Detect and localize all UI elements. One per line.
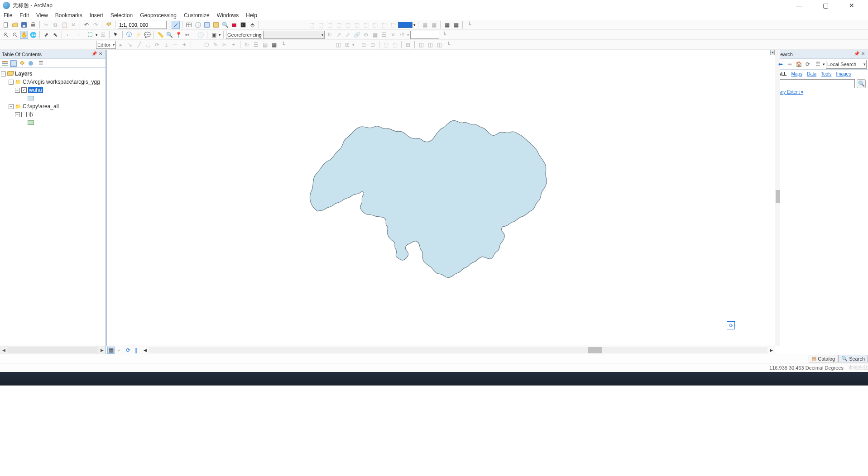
create-features-icon[interactable]: ▦ bbox=[270, 41, 278, 49]
scale-input[interactable] bbox=[118, 21, 167, 29]
new-icon[interactable] bbox=[2, 21, 10, 29]
find-route-icon[interactable]: 📍 bbox=[174, 31, 182, 39]
tree-root-layers[interactable]: − Layers bbox=[1, 70, 105, 78]
catalog-tab[interactable]: ▦Catalog bbox=[809, 355, 838, 362]
tree-symbol-2[interactable] bbox=[1, 119, 105, 127]
window-list-icon[interactable] bbox=[203, 21, 211, 29]
pan-icon[interactable]: ✋ bbox=[20, 31, 28, 39]
tree-group-2[interactable]: − 📁 C:\spy\area_all bbox=[1, 102, 105, 110]
georef-value-input[interactable] bbox=[410, 31, 439, 39]
refresh-view-icon[interactable]: ⟳ bbox=[125, 347, 132, 354]
save-icon[interactable] bbox=[20, 21, 28, 29]
expander-icon[interactable]: − bbox=[9, 104, 14, 109]
list-by-selection-icon[interactable] bbox=[27, 60, 34, 67]
editor-toolbar-icon[interactable] bbox=[172, 21, 180, 29]
expander-icon[interactable]: − bbox=[15, 88, 20, 93]
pin-icon[interactable]: 📌 bbox=[91, 51, 97, 57]
menu-bookmarks[interactable]: Bookmarks bbox=[55, 12, 82, 19]
extent-link[interactable]: Any Extent ▾ bbox=[778, 90, 803, 95]
effects-tool3-icon[interactable]: ▦ bbox=[443, 21, 451, 29]
menu-customize[interactable]: Customize bbox=[184, 12, 210, 19]
undo-icon[interactable]: ↶ bbox=[82, 21, 91, 29]
fixed-zoom-out-icon[interactable]: ⬉ bbox=[51, 31, 59, 39]
search-back-icon[interactable]: ⬅ bbox=[777, 60, 785, 68]
zoom-out-icon[interactable]: - bbox=[11, 31, 19, 39]
map-canvas[interactable] bbox=[107, 50, 775, 346]
menu-selection[interactable]: Selection bbox=[110, 12, 133, 19]
map-hscrollbar[interactable] bbox=[149, 347, 767, 353]
create-viewer-icon[interactable]: ▣ bbox=[210, 31, 218, 39]
catalog-window-icon[interactable] bbox=[212, 21, 220, 29]
html-popup-icon[interactable]: 💬 bbox=[143, 31, 151, 39]
search-scope-dropdown[interactable]: Local Search bbox=[826, 60, 867, 69]
hscroll-right-icon[interactable]: ▶ bbox=[767, 348, 775, 352]
tree-layer-shi[interactable]: − 市 bbox=[1, 110, 105, 119]
tree-group-1[interactable]: − 📁 C:\Arcgis workspace\arcgis_ygg bbox=[1, 78, 105, 86]
hscroll-left-icon[interactable]: ◀ bbox=[141, 348, 149, 352]
hscroll-thumb[interactable] bbox=[588, 347, 602, 353]
symbol-swatch[interactable] bbox=[28, 120, 34, 125]
pin-icon[interactable]: 📌 bbox=[854, 51, 860, 57]
map-view[interactable]: ◂ ⟳ bbox=[106, 50, 775, 346]
toc-close-icon[interactable]: ✕ bbox=[97, 51, 104, 57]
identify-icon[interactable]: ⓘ bbox=[125, 31, 133, 39]
find-icon[interactable]: 🔍 bbox=[165, 31, 173, 39]
table-icon[interactable] bbox=[185, 21, 193, 29]
open-icon[interactable] bbox=[11, 21, 19, 29]
search-window-icon[interactable]: 🔍 bbox=[221, 21, 229, 29]
python-window-icon[interactable]: » bbox=[239, 21, 247, 29]
list-by-source-icon[interactable] bbox=[10, 60, 17, 67]
tree-symbol-1[interactable] bbox=[1, 94, 105, 102]
toc-options-icon[interactable]: ☰ bbox=[37, 60, 44, 67]
menu-help[interactable]: Help bbox=[246, 12, 257, 19]
close-button[interactable]: ✕ bbox=[843, 2, 861, 9]
maximize-button[interactable]: ▢ bbox=[816, 2, 834, 9]
arc-toolbox-icon[interactable] bbox=[230, 21, 238, 29]
map-vscrollbar[interactable] bbox=[775, 50, 780, 346]
back-extent-icon[interactable]: ← bbox=[64, 31, 72, 39]
menu-geoprocessing[interactable]: Geoprocessing bbox=[140, 12, 177, 19]
go-to-xy-icon[interactable]: XY bbox=[183, 31, 192, 39]
search-refresh-icon[interactable]: ⟳ bbox=[804, 60, 812, 68]
expander-icon[interactable]: − bbox=[1, 71, 6, 76]
search-close-icon[interactable]: ✕ bbox=[860, 51, 866, 57]
editor-dropdown[interactable]: Editor bbox=[96, 41, 116, 49]
tree-layer-wuhu[interactable]: − ✓ wuhu bbox=[1, 86, 105, 94]
search-input[interactable] bbox=[777, 79, 855, 88]
select-elements-icon[interactable] bbox=[112, 31, 120, 39]
menu-insert[interactable]: Insert bbox=[90, 12, 103, 19]
select-features-icon[interactable] bbox=[86, 31, 95, 39]
minimize-button[interactable]: — bbox=[790, 2, 808, 9]
symbol-swatch[interactable] bbox=[28, 96, 34, 100]
menu-view[interactable]: View bbox=[36, 12, 48, 19]
menu-file[interactable]: File bbox=[4, 12, 12, 19]
fill-color-swatch[interactable] bbox=[398, 22, 412, 28]
layout-view-icon[interactable]: ▫ bbox=[115, 347, 123, 354]
list-by-drawing-icon[interactable] bbox=[1, 60, 9, 67]
menu-edit[interactable]: Edit bbox=[19, 12, 29, 19]
full-extent-icon[interactable]: 🌐 bbox=[29, 31, 37, 39]
expander-icon[interactable]: − bbox=[15, 112, 20, 117]
layer-checkbox[interactable] bbox=[21, 112, 27, 117]
expander-icon[interactable]: − bbox=[9, 80, 14, 85]
search-index-icon[interactable]: ☰ bbox=[814, 60, 822, 68]
add-data-icon[interactable]: + bbox=[105, 21, 113, 29]
zoom-in-icon[interactable]: + bbox=[2, 31, 10, 39]
model-builder-icon[interactable]: ⬘ bbox=[248, 21, 256, 29]
tab-data[interactable]: Data bbox=[807, 71, 816, 76]
list-by-visibility-icon[interactable] bbox=[19, 60, 26, 67]
tab-maps[interactable]: Maps bbox=[791, 71, 802, 76]
layer-checkbox[interactable]: ✓ bbox=[21, 87, 27, 93]
tab-images[interactable]: Images bbox=[836, 71, 851, 76]
print-icon[interactable] bbox=[29, 21, 37, 29]
search-home-icon[interactable]: 🏠 bbox=[795, 60, 803, 68]
menu-windows[interactable]: Windows bbox=[217, 12, 239, 19]
scroll-left-icon[interactable]: ◀ bbox=[0, 348, 7, 352]
pause-drawing-icon[interactable]: ‖ bbox=[133, 347, 140, 354]
measure-icon[interactable]: 📏 bbox=[156, 31, 164, 39]
effects-tool4-icon[interactable]: ▦ bbox=[452, 21, 460, 29]
vscroll-thumb[interactable] bbox=[776, 190, 780, 203]
data-view-icon[interactable]: ▦ bbox=[107, 347, 115, 354]
search-go-button[interactable]: 🔍 bbox=[857, 79, 866, 88]
georeferencing-dropdown[interactable]: Georeferencing bbox=[226, 31, 262, 39]
